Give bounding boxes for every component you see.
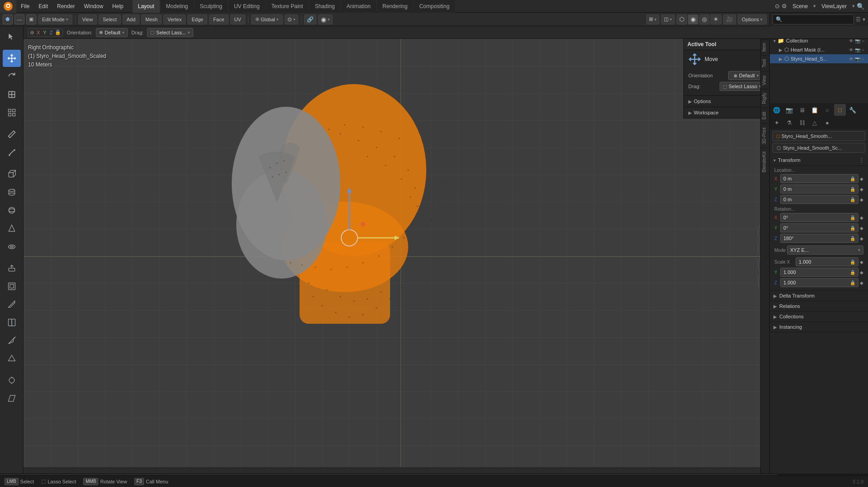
transform-tool-btn[interactable] — [3, 104, 21, 121]
heartmask-cam[interactable]: 📷 — [855, 47, 860, 52]
vert-tab-edit[interactable]: Edit — [761, 108, 769, 123]
shading-solid[interactable]: ◉ — [688, 14, 698, 24]
poly-build-btn[interactable] — [3, 350, 21, 367]
proportional-btn[interactable]: ◉ ▾ — [318, 14, 333, 24]
select-tool-btn[interactable] — [3, 28, 21, 45]
scale-y-anim[interactable]: ◆ — [860, 270, 863, 275]
transform-menu-icon[interactable]: ⋮ — [859, 157, 864, 163]
tab-shading[interactable]: Shading — [310, 0, 340, 13]
tree-item-heartmask[interactable]: ▶ ⬡ Heart Mask (I... 👁 📷 ○ — [770, 45, 868, 54]
location-y-anim[interactable]: ◆ — [860, 187, 863, 192]
scale-y-input[interactable]: 1.000 🔒 — [780, 268, 858, 277]
scale-x-anim[interactable]: ◆ — [860, 260, 863, 265]
props-tab-viewlayer[interactable]: 📋 — [809, 104, 820, 116]
styrohead-cam[interactable]: 📷 — [855, 57, 860, 61]
orientation-dropdown[interactable]: ⊕ Default ▾ — [728, 71, 764, 80]
z-axis-btn[interactable]: Z — [49, 30, 54, 35]
annotate-tool-btn[interactable] — [3, 126, 21, 143]
instancing-header[interactable]: ▶ Instancing — [770, 322, 868, 332]
inset-btn[interactable] — [3, 278, 21, 295]
vert-tab-view[interactable]: View — [761, 71, 769, 89]
shading-wire[interactable]: ⬡ — [677, 14, 687, 24]
drag-dropdown[interactable]: ⬚ Select Lasso ▾ — [720, 82, 764, 91]
vert-tab-3dprint[interactable]: 3D-Print — [761, 123, 769, 148]
blender-logo[interactable] — [0, 0, 16, 13]
viewport-options-btn[interactable]: Options ▾ — [738, 14, 767, 24]
rotation-x-lock[interactable]: 🔒 — [850, 215, 855, 220]
props-tab-data[interactable]: △ — [809, 117, 820, 128]
props-tab-modifier[interactable]: 🔧 — [847, 104, 858, 116]
rotation-y-anim[interactable]: ◆ — [860, 226, 863, 231]
props-tab-scene[interactable]: 🌐 — [771, 104, 782, 116]
extrude-btn[interactable] — [3, 260, 21, 277]
outliner-filter-icon[interactable]: ☰ — [856, 16, 861, 23]
header-mesh-btn[interactable]: Mesh — [141, 14, 162, 24]
viewport-camera[interactable]: 🎥 — [723, 14, 736, 24]
props-tab-object[interactable]: □ — [834, 104, 846, 116]
props-tab-output[interactable]: 🖥 — [796, 104, 808, 116]
rotation-x-anim[interactable]: ◆ — [860, 215, 863, 220]
header-view-btn[interactable]: View — [78, 14, 97, 24]
location-z-lock[interactable]: 🔒 — [850, 197, 855, 202]
move-tool-btn[interactable] — [3, 50, 21, 67]
styrohead-eye[interactable]: 👁 — [849, 57, 854, 61]
y-axis-btn[interactable]: Y — [42, 30, 47, 35]
scale-x-lock[interactable]: 🔒 — [850, 260, 855, 265]
props-tab-material[interactable]: ● — [821, 117, 833, 128]
tab-layout[interactable]: Layout — [133, 0, 160, 13]
pivot-dropdown[interactable]: ⊙ ▾ — [285, 14, 298, 24]
x-axis-btn[interactable]: X — [36, 30, 41, 35]
add-torus-btn[interactable] — [3, 238, 21, 255]
location-z-anim[interactable]: ◆ — [860, 197, 863, 202]
vis-eye-icon[interactable]: 👁 — [849, 38, 854, 43]
vis-render-icon[interactable]: ○ — [862, 38, 864, 43]
measure-tool-btn[interactable] — [3, 144, 21, 161]
vis-camera-icon[interactable]: 📷 — [855, 38, 860, 43]
transform-orientation-dropdown[interactable]: ⊕ Global ▾ — [251, 14, 283, 24]
rotation-z-anim[interactable]: ◆ — [860, 236, 863, 241]
workspace-section-header[interactable]: ▶ Workspace ⋮ — [684, 107, 769, 118]
menu-window[interactable]: Window — [79, 0, 108, 13]
location-y-input[interactable]: 0 m 🔒 — [780, 184, 858, 194]
vert-tab-tool[interactable]: Tool — [761, 55, 769, 71]
view-layer-icon[interactable]: ▾ — [852, 3, 855, 9]
options-section-header[interactable]: ▶ Options ⋮ — [684, 96, 769, 107]
scale-z-anim[interactable]: ◆ — [860, 280, 863, 285]
props-tab-particles[interactable]: ✦ — [771, 117, 782, 128]
location-z-input[interactable]: 0 m 🔒 — [780, 195, 858, 204]
tab-uv-editing[interactable]: UV Editing — [229, 0, 265, 13]
mode-icon-face[interactable]: ▣ — [26, 14, 36, 24]
rotation-z-input[interactable]: 180° 🔒 — [780, 234, 858, 243]
top-icon-scene[interactable]: ▾ — [813, 3, 816, 9]
add-cone-btn[interactable] — [3, 220, 21, 237]
mode-icon-vertex[interactable]: ⬟ — [3, 14, 13, 24]
loopcut-btn[interactable] — [3, 314, 21, 331]
heartmask-eye[interactable]: 👁 — [849, 47, 854, 52]
scale-tool-btn[interactable] — [3, 86, 21, 103]
location-x-lock[interactable]: 🔒 — [850, 176, 855, 181]
menu-file[interactable]: File — [16, 0, 34, 13]
shading-render[interactable]: ☀ — [711, 14, 721, 24]
tree-item-styrohead[interactable]: ▶ ⬡ Styro_Head_S... 👁 📷 ○ — [770, 54, 868, 63]
heartmask-render[interactable]: ○ — [862, 47, 864, 52]
mesh-name-display[interactable]: ⬡ Styro_Head_Smooth_Sc... — [773, 143, 865, 153]
transform-section-header[interactable]: ▾ Transform ⋮ — [770, 155, 868, 166]
mode-dropdown[interactable]: Edit Mode ▾ — [38, 14, 72, 24]
rotation-z-lock[interactable]: 🔒 — [850, 236, 855, 241]
xray-btn[interactable]: ◫ ▾ — [661, 14, 675, 24]
knife-btn[interactable] — [3, 332, 21, 349]
add-sphere-btn[interactable] — [3, 202, 21, 219]
add-cube-btn[interactable] — [3, 165, 21, 183]
tab-compositing[interactable]: Compositing — [414, 0, 455, 13]
header-edge-btn[interactable]: Edge — [187, 14, 207, 24]
tab-animation[interactable]: Animation — [341, 0, 376, 13]
bevel-btn[interactable] — [3, 296, 21, 313]
tab-modeling[interactable]: Modeling — [161, 0, 194, 13]
drag-dropdown[interactable]: ⬚ Select Lass... ▾ — [147, 28, 193, 37]
scale-z-lock[interactable]: 🔒 — [850, 280, 855, 285]
header-vertex-btn[interactable]: Vertex — [163, 14, 186, 24]
rotation-y-input[interactable]: 0° 🔒 — [780, 223, 858, 232]
rotation-y-lock[interactable]: 🔒 — [850, 226, 855, 231]
header-uv-btn[interactable]: UV — [230, 14, 245, 24]
props-tab-constraints[interactable]: ⛓ — [796, 117, 808, 128]
